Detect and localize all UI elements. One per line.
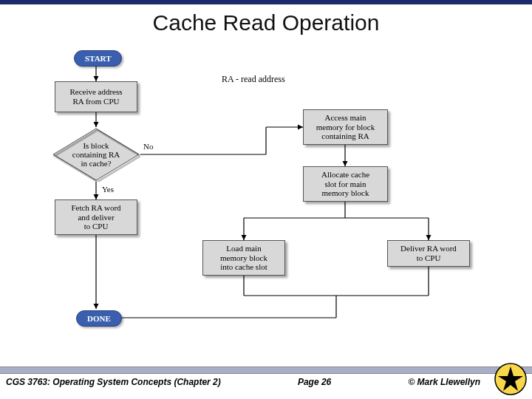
decision-text: Is block containing RA in cache? — [52, 127, 140, 182]
ucf-logo-icon — [494, 362, 528, 396]
done-node: DONE — [76, 310, 122, 327]
receive-box: Receive address RA from CPU — [55, 81, 137, 112]
footer-course: CGS 3763: Operating System Concepts (Cha… — [6, 377, 221, 387]
footer-page: Page 26 — [298, 377, 331, 387]
slide-title: Cache Read Operation — [0, 10, 532, 35]
top-border — [0, 0, 532, 4]
yes-label: Yes — [102, 185, 114, 194]
deliver-box: Deliver RA word to CPU — [387, 240, 470, 267]
fetch-box: Fetch RA word and deliver to CPU — [55, 200, 137, 235]
footer-band — [0, 366, 532, 374]
allocate-box: Allocate cache slot for main memory bloc… — [303, 166, 388, 202]
footer-credit: © Mark Llewellyn — [408, 377, 480, 387]
flowchart: START Receive address RA from CPU Is blo… — [30, 44, 502, 355]
footer: CGS 3763: Operating System Concepts (Cha… — [0, 366, 532, 399]
access-box: Access main memory for block containing … — [303, 109, 388, 145]
no-label: No — [143, 142, 153, 151]
decision-diamond: Is block containing RA in cache? — [52, 127, 140, 182]
ra-note: RA - read address — [222, 74, 285, 85]
start-node: START — [74, 50, 122, 66]
load-box: Load main memory block into cache slot — [202, 240, 285, 276]
